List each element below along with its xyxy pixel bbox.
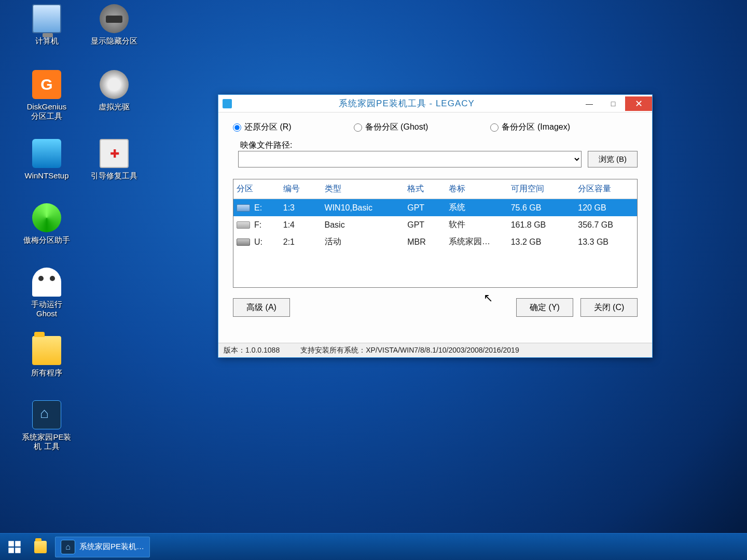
column-header[interactable]: 分区 bbox=[233, 179, 280, 199]
desktop-icon-computer[interactable]: 计算机 bbox=[16, 4, 78, 46]
desktop-icon-virtualcd[interactable]: 虚拟光驱 bbox=[83, 70, 145, 111]
desktop-icon-allprograms[interactable]: 所有程序 bbox=[16, 336, 78, 377]
radio-backup-imagex-label: 备份分区 (Imagex) bbox=[502, 122, 570, 133]
radio-backup-imagex[interactable]: 备份分区 (Imagex) bbox=[490, 122, 570, 133]
titlebar[interactable]: 系统家园PE装机工具 - LEGACY — □ ✕ bbox=[218, 95, 652, 113]
partition-table[interactable]: 分区编号类型格式卷标可用空间分区容量 E:1:3WIN10,BasicGPT系统… bbox=[233, 179, 638, 288]
desktop-icon-petool[interactable]: 系统家园PE装 机 工具 bbox=[16, 400, 78, 451]
column-header[interactable]: 分区容量 bbox=[575, 179, 637, 199]
status-bar: 版本：1.0.0.1088 支持安装所有系统：XP/VISTA/WIN7/8/8… bbox=[218, 343, 652, 357]
disc-icon bbox=[100, 70, 129, 99]
maximize-button[interactable]: □ bbox=[601, 97, 625, 110]
desktop-icon-label: 傲梅分区助手 bbox=[16, 235, 78, 245]
column-header[interactable]: 编号 bbox=[280, 179, 322, 199]
mode-radio-group: 还原分区 (R) 备份分区 (Ghost) 备份分区 (Imagex) bbox=[233, 122, 638, 133]
windows-icon bbox=[7, 540, 22, 554]
desktop-icon-label: 显示隐藏分区 bbox=[83, 36, 145, 46]
desktop-icon-bootrepair[interactable]: 引导修复工具 bbox=[83, 139, 145, 180]
ghost-icon bbox=[32, 268, 61, 297]
svg-rect-3 bbox=[15, 548, 20, 553]
start-button[interactable] bbox=[3, 537, 26, 557]
pe-tool-icon: ⌂ bbox=[61, 540, 75, 554]
desktop-icon-winntsetup[interactable]: WinNTSetup bbox=[16, 139, 78, 180]
close-dialog-button[interactable]: 关闭 (C) bbox=[580, 298, 638, 317]
svg-rect-2 bbox=[8, 548, 13, 553]
status-support: 支持安装所有系统：XP/VISTA/WIN7/8/8.1/10/2003/200… bbox=[300, 346, 519, 355]
computer-icon bbox=[32, 4, 61, 33]
partition-icon bbox=[100, 4, 129, 33]
desktop-icon-ghost[interactable]: 手动运行 Ghost bbox=[16, 268, 78, 318]
column-header[interactable]: 格式 bbox=[404, 179, 446, 199]
status-version: 版本：1.0.0.1088 bbox=[224, 346, 280, 355]
radio-restore[interactable]: 还原分区 (R) bbox=[233, 122, 292, 133]
svg-rect-1 bbox=[15, 541, 20, 547]
desktop-icon-label: 所有程序 bbox=[16, 368, 78, 377]
desktop-icon-label: 计算机 bbox=[16, 36, 78, 46]
radio-backup-ghost[interactable]: 备份分区 (Ghost) bbox=[354, 122, 428, 133]
partition-row[interactable]: E:1:3WIN10,BasicGPT系统75.6 GB120 GB bbox=[233, 199, 637, 217]
toolkit-icon bbox=[100, 139, 129, 168]
taskbar-app-label: 系统家园PE装机… bbox=[79, 542, 144, 552]
pe-installer-dialog: 系统家园PE装机工具 - LEGACY — □ ✕ 还原分区 (R) 备份分区 … bbox=[218, 94, 653, 358]
aomei-icon bbox=[32, 203, 61, 232]
column-header[interactable]: 类型 bbox=[322, 179, 405, 199]
desktop-icon-label: 系统家园PE装 机 工具 bbox=[16, 432, 78, 451]
folder-icon bbox=[34, 541, 47, 553]
desktop-icon-label: 手动运行 Ghost bbox=[16, 300, 78, 318]
taskbar-running-app[interactable]: ⌂ 系统家园PE装机… bbox=[55, 537, 150, 557]
svg-rect-0 bbox=[8, 541, 13, 547]
pe-tool-icon bbox=[32, 400, 61, 429]
partition-row[interactable]: U:2:1活动MBR系统家园…13.2 GB13.3 GB bbox=[233, 233, 637, 250]
drive-icon bbox=[237, 221, 250, 229]
drive-icon bbox=[237, 239, 250, 246]
column-header[interactable]: 可用空间 bbox=[508, 179, 575, 199]
folder-icon bbox=[32, 336, 61, 365]
column-header[interactable]: 卷标 bbox=[446, 179, 508, 199]
radio-restore-label: 还原分区 (R) bbox=[244, 122, 292, 133]
radio-restore-input[interactable] bbox=[233, 123, 241, 132]
window-title: 系统家园PE装机工具 - LEGACY bbox=[236, 97, 577, 109]
radio-backup-ghost-input[interactable] bbox=[354, 123, 362, 132]
image-path-select[interactable] bbox=[238, 151, 582, 167]
minimize-button[interactable]: — bbox=[577, 97, 601, 110]
radio-backup-ghost-label: 备份分区 (Ghost) bbox=[365, 122, 428, 133]
file-explorer-button[interactable] bbox=[30, 537, 51, 557]
advanced-button[interactable]: 高级 (A) bbox=[233, 298, 290, 317]
desktop-icon-aomei[interactable]: 傲梅分区助手 bbox=[16, 203, 78, 245]
winntsetup-icon bbox=[32, 139, 61, 168]
desktop-icon-label: 虚拟光驱 bbox=[83, 102, 145, 111]
desktop-icon-diskgenius[interactable]: G DiskGenius 分区工具 bbox=[16, 70, 78, 121]
taskbar: ⌂ 系统家园PE装机… bbox=[0, 533, 747, 560]
desktop-icon-showhidden[interactable]: 显示隐藏分区 bbox=[83, 4, 145, 46]
partition-row[interactable]: F:1:4BasicGPT软件161.8 GB356.7 GB bbox=[233, 216, 637, 233]
close-button[interactable]: ✕ bbox=[625, 96, 652, 111]
desktop-icon-label: DiskGenius 分区工具 bbox=[16, 102, 78, 121]
desktop-icon-label: WinNTSetup bbox=[16, 171, 78, 180]
desktop-icon-label: 引导修复工具 bbox=[83, 171, 145, 180]
image-path-label: 映像文件路径: bbox=[233, 140, 638, 151]
drive-icon bbox=[237, 204, 250, 212]
app-icon bbox=[223, 99, 232, 108]
diskgenius-icon: G bbox=[32, 70, 61, 99]
radio-backup-imagex-input[interactable] bbox=[490, 123, 499, 132]
ok-button[interactable]: 确定 (Y) bbox=[516, 298, 573, 317]
browse-button[interactable]: 浏览 (B) bbox=[588, 151, 638, 167]
